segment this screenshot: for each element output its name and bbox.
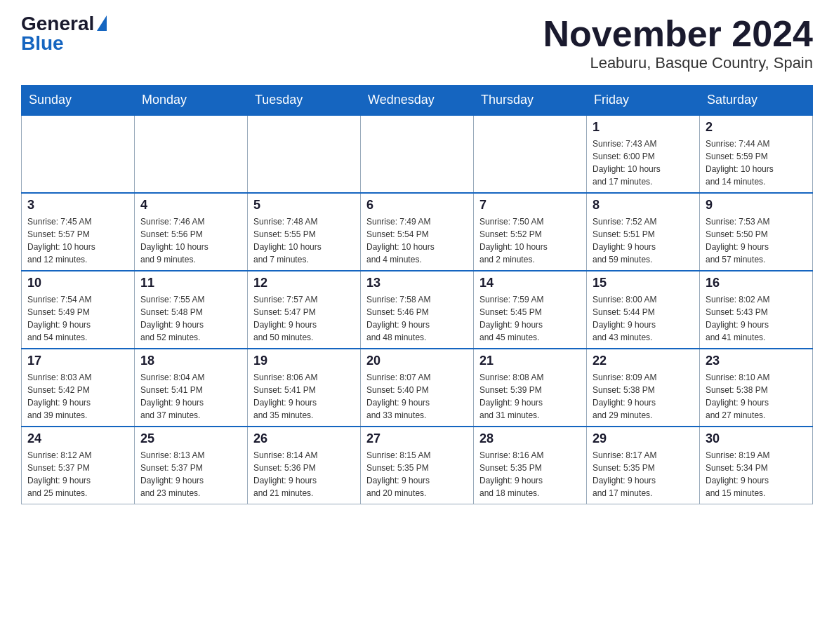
day-number: 19 bbox=[253, 354, 355, 368]
day-info: Sunrise: 8:06 AM Sunset: 5:41 PM Dayligh… bbox=[253, 371, 355, 422]
calendar-cell: 10Sunrise: 7:54 AM Sunset: 5:49 PM Dayli… bbox=[22, 271, 135, 349]
calendar-table: SundayMondayTuesdayWednesdayThursdayFrid… bbox=[21, 85, 813, 504]
day-number: 14 bbox=[479, 276, 581, 290]
logo-blue: Blue bbox=[21, 34, 64, 53]
day-info: Sunrise: 7:45 AM Sunset: 5:57 PM Dayligh… bbox=[27, 215, 128, 266]
weekday-header-monday: Monday bbox=[135, 86, 248, 116]
day-info: Sunrise: 8:07 AM Sunset: 5:40 PM Dayligh… bbox=[366, 371, 468, 422]
day-info: Sunrise: 7:54 AM Sunset: 5:49 PM Dayligh… bbox=[27, 293, 128, 344]
calendar-header-row: SundayMondayTuesdayWednesdayThursdayFrid… bbox=[22, 86, 813, 116]
calendar-cell: 16Sunrise: 8:02 AM Sunset: 5:43 PM Dayli… bbox=[700, 271, 813, 349]
calendar-cell bbox=[361, 115, 474, 193]
calendar-cell bbox=[135, 115, 248, 193]
day-number: 23 bbox=[706, 354, 807, 368]
day-info: Sunrise: 8:16 AM Sunset: 5:35 PM Dayligh… bbox=[479, 449, 581, 499]
weekday-header-thursday: Thursday bbox=[474, 86, 587, 116]
day-number: 27 bbox=[366, 431, 468, 446]
calendar-cell: 27Sunrise: 8:15 AM Sunset: 5:35 PM Dayli… bbox=[361, 427, 474, 504]
week-row-4: 17Sunrise: 8:03 AM Sunset: 5:42 PM Dayli… bbox=[22, 349, 813, 427]
calendar-cell: 4Sunrise: 7:46 AM Sunset: 5:56 PM Daylig… bbox=[135, 193, 248, 271]
calendar-cell: 8Sunrise: 7:52 AM Sunset: 5:51 PM Daylig… bbox=[587, 193, 700, 271]
calendar-cell: 20Sunrise: 8:07 AM Sunset: 5:40 PM Dayli… bbox=[361, 349, 474, 427]
calendar-cell: 12Sunrise: 7:57 AM Sunset: 5:47 PM Dayli… bbox=[248, 271, 361, 349]
calendar-cell: 30Sunrise: 8:19 AM Sunset: 5:34 PM Dayli… bbox=[700, 427, 813, 504]
week-row-5: 24Sunrise: 8:12 AM Sunset: 5:37 PM Dayli… bbox=[22, 427, 813, 504]
calendar-cell bbox=[22, 115, 135, 193]
title-block: November 2024 Leaburu, Basque Country, S… bbox=[543, 14, 813, 72]
day-info: Sunrise: 7:46 AM Sunset: 5:56 PM Dayligh… bbox=[140, 215, 241, 266]
weekday-header-friday: Friday bbox=[587, 86, 700, 116]
calendar-cell: 18Sunrise: 8:04 AM Sunset: 5:41 PM Dayli… bbox=[135, 349, 248, 427]
calendar-cell: 23Sunrise: 8:10 AM Sunset: 5:38 PM Dayli… bbox=[700, 349, 813, 427]
calendar-cell: 19Sunrise: 8:06 AM Sunset: 5:41 PM Dayli… bbox=[248, 349, 361, 427]
day-number: 8 bbox=[593, 198, 694, 213]
day-number: 30 bbox=[706, 431, 807, 446]
calendar-cell: 22Sunrise: 8:09 AM Sunset: 5:38 PM Dayli… bbox=[587, 349, 700, 427]
day-info: Sunrise: 8:00 AM Sunset: 5:44 PM Dayligh… bbox=[593, 293, 694, 344]
day-info: Sunrise: 7:57 AM Sunset: 5:47 PM Dayligh… bbox=[253, 293, 355, 344]
day-number: 3 bbox=[27, 198, 128, 213]
calendar-cell: 3Sunrise: 7:45 AM Sunset: 5:57 PM Daylig… bbox=[22, 193, 135, 271]
day-info: Sunrise: 7:59 AM Sunset: 5:45 PM Dayligh… bbox=[479, 293, 581, 344]
week-row-1: 1Sunrise: 7:43 AM Sunset: 6:00 PM Daylig… bbox=[22, 115, 813, 193]
day-info: Sunrise: 8:02 AM Sunset: 5:43 PM Dayligh… bbox=[706, 293, 807, 344]
day-number: 4 bbox=[140, 198, 241, 213]
logo-triangle-icon bbox=[97, 15, 107, 31]
day-number: 1 bbox=[593, 120, 694, 135]
day-number: 5 bbox=[253, 198, 355, 213]
page-title: November 2024 bbox=[543, 14, 813, 54]
day-number: 12 bbox=[253, 276, 355, 290]
calendar-cell: 17Sunrise: 8:03 AM Sunset: 5:42 PM Dayli… bbox=[22, 349, 135, 427]
calendar-cell: 24Sunrise: 8:12 AM Sunset: 5:37 PM Dayli… bbox=[22, 427, 135, 504]
day-info: Sunrise: 8:13 AM Sunset: 5:37 PM Dayligh… bbox=[140, 449, 241, 499]
calendar-cell: 6Sunrise: 7:49 AM Sunset: 5:54 PM Daylig… bbox=[361, 193, 474, 271]
week-row-3: 10Sunrise: 7:54 AM Sunset: 5:49 PM Dayli… bbox=[22, 271, 813, 349]
day-number: 29 bbox=[593, 431, 694, 446]
day-info: Sunrise: 8:03 AM Sunset: 5:42 PM Dayligh… bbox=[27, 371, 128, 422]
calendar-cell: 5Sunrise: 7:48 AM Sunset: 5:55 PM Daylig… bbox=[248, 193, 361, 271]
weekday-header-sunday: Sunday bbox=[22, 86, 135, 116]
day-number: 18 bbox=[140, 354, 241, 368]
calendar-cell: 2Sunrise: 7:44 AM Sunset: 5:59 PM Daylig… bbox=[700, 115, 813, 193]
day-info: Sunrise: 8:10 AM Sunset: 5:38 PM Dayligh… bbox=[706, 371, 807, 422]
day-info: Sunrise: 8:14 AM Sunset: 5:36 PM Dayligh… bbox=[253, 449, 355, 499]
calendar-cell: 25Sunrise: 8:13 AM Sunset: 5:37 PM Dayli… bbox=[135, 427, 248, 504]
day-info: Sunrise: 7:52 AM Sunset: 5:51 PM Dayligh… bbox=[593, 215, 694, 266]
day-number: 26 bbox=[253, 431, 355, 446]
page-header: General Blue November 2024 Leaburu, Basq… bbox=[21, 14, 813, 72]
day-info: Sunrise: 8:15 AM Sunset: 5:35 PM Dayligh… bbox=[366, 449, 468, 499]
day-number: 21 bbox=[479, 354, 581, 368]
day-number: 16 bbox=[706, 276, 807, 290]
day-info: Sunrise: 7:49 AM Sunset: 5:54 PM Dayligh… bbox=[366, 215, 468, 266]
day-number: 11 bbox=[140, 276, 241, 290]
calendar-cell: 26Sunrise: 8:14 AM Sunset: 5:36 PM Dayli… bbox=[248, 427, 361, 504]
day-info: Sunrise: 7:53 AM Sunset: 5:50 PM Dayligh… bbox=[706, 215, 807, 266]
day-number: 15 bbox=[593, 276, 694, 290]
day-number: 17 bbox=[27, 354, 128, 368]
calendar-cell: 9Sunrise: 7:53 AM Sunset: 5:50 PM Daylig… bbox=[700, 193, 813, 271]
weekday-header-saturday: Saturday bbox=[700, 86, 813, 116]
day-info: Sunrise: 7:44 AM Sunset: 5:59 PM Dayligh… bbox=[706, 137, 807, 188]
calendar-cell: 21Sunrise: 8:08 AM Sunset: 5:39 PM Dayli… bbox=[474, 349, 587, 427]
calendar-cell: 1Sunrise: 7:43 AM Sunset: 6:00 PM Daylig… bbox=[587, 115, 700, 193]
day-info: Sunrise: 8:12 AM Sunset: 5:37 PM Dayligh… bbox=[27, 449, 128, 499]
calendar-cell: 13Sunrise: 7:58 AM Sunset: 5:46 PM Dayli… bbox=[361, 271, 474, 349]
day-number: 20 bbox=[366, 354, 468, 368]
calendar-cell: 14Sunrise: 7:59 AM Sunset: 5:45 PM Dayli… bbox=[474, 271, 587, 349]
day-info: Sunrise: 7:58 AM Sunset: 5:46 PM Dayligh… bbox=[366, 293, 468, 344]
day-number: 6 bbox=[366, 198, 468, 213]
day-number: 2 bbox=[706, 120, 807, 135]
calendar-cell: 29Sunrise: 8:17 AM Sunset: 5:35 PM Dayli… bbox=[587, 427, 700, 504]
day-number: 9 bbox=[706, 198, 807, 213]
day-number: 22 bbox=[593, 354, 694, 368]
calendar-cell: 11Sunrise: 7:55 AM Sunset: 5:48 PM Dayli… bbox=[135, 271, 248, 349]
day-info: Sunrise: 7:50 AM Sunset: 5:52 PM Dayligh… bbox=[479, 215, 581, 266]
logo: General Blue bbox=[21, 14, 107, 53]
day-info: Sunrise: 7:43 AM Sunset: 6:00 PM Dayligh… bbox=[593, 137, 694, 188]
page-subtitle: Leaburu, Basque Country, Spain bbox=[543, 54, 813, 72]
day-number: 7 bbox=[479, 198, 581, 213]
day-info: Sunrise: 7:48 AM Sunset: 5:55 PM Dayligh… bbox=[253, 215, 355, 266]
day-number: 13 bbox=[366, 276, 468, 290]
calendar-cell: 15Sunrise: 8:00 AM Sunset: 5:44 PM Dayli… bbox=[587, 271, 700, 349]
day-number: 24 bbox=[27, 431, 128, 446]
